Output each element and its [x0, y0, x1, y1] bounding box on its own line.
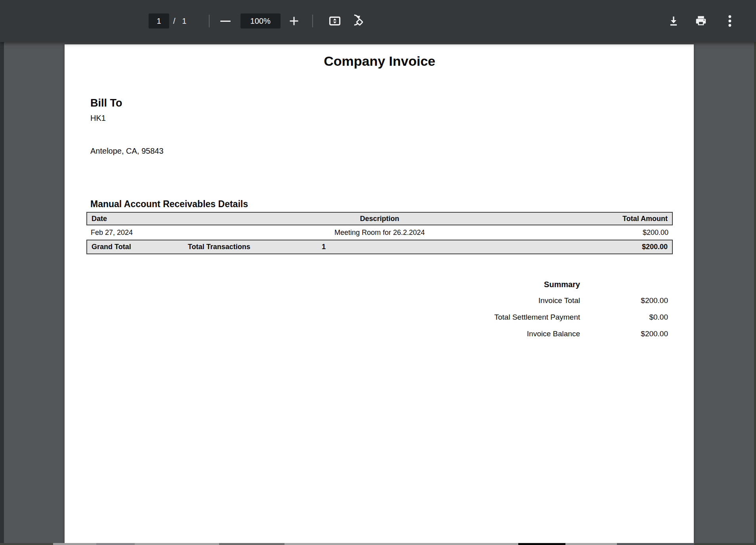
fit-to-page-icon: [328, 14, 342, 28]
grand-total-label: Grand Total: [87, 243, 188, 251]
bill-to-heading: Bill To: [90, 97, 673, 109]
toolbar-divider: [312, 15, 313, 27]
grand-total-amount: $200.00: [571, 243, 672, 251]
summary-label: Total Settlement Payment: [494, 312, 580, 322]
page-number-input[interactable]: [149, 13, 169, 29]
table-row: Feb 27, 2024 Meeting Room for 26.2.2024 …: [86, 225, 673, 240]
summary-section: Summary Invoice Total $200.00 Total Sett…: [86, 280, 668, 339]
page-count-separator: /: [173, 17, 176, 26]
zoom-out-icon: [220, 21, 231, 22]
fit-to-page-button[interactable]: [328, 11, 342, 30]
total-transactions-count: 1: [322, 243, 571, 251]
header-total-amount: Total Amount: [571, 215, 672, 223]
pdf-toolbar: / 1 100%: [0, 0, 756, 42]
rotate-counterclockwise-icon: [354, 14, 368, 28]
pdf-page: Company Invoice Bill To HK1 Antelope, CA…: [65, 44, 694, 543]
download-icon: [668, 15, 680, 27]
summary-label: Invoice Total: [494, 295, 580, 306]
header-description: Description: [188, 215, 571, 223]
bill-to-address: Antelope, CA, 95843: [90, 146, 673, 156]
right-edge-strip: [754, 42, 756, 545]
download-button[interactable]: [668, 11, 680, 30]
total-transactions-label: Total Transactions: [188, 243, 322, 251]
bottom-edge-strip: [0, 543, 756, 545]
row-date: Feb 27, 2024: [86, 229, 187, 237]
invoice-document: Company Invoice Bill To HK1 Antelope, CA…: [65, 44, 694, 543]
pdf-viewer-content: Company Invoice Bill To HK1 Antelope, CA…: [0, 42, 756, 545]
row-description: Meeting Room for 26.2.2024: [187, 229, 572, 237]
zoom-out-button[interactable]: [220, 11, 231, 30]
receivables-section-heading: Manual Account Receivables Details: [90, 198, 673, 210]
zoom-in-button[interactable]: [288, 11, 300, 30]
toolbar-divider: [209, 15, 210, 27]
grand-total-row: Grand Total Total Transactions 1 $200.00: [86, 240, 673, 254]
page-count: 1: [182, 17, 187, 26]
toolbar-center-controls: / 1 100%: [149, 0, 368, 42]
left-gutter-strip: [0, 42, 4, 545]
summary-value: $0.00: [580, 312, 668, 322]
row-amount: $200.00: [572, 229, 673, 237]
zoom-in-icon: [288, 15, 300, 27]
more-options-button[interactable]: [726, 11, 734, 30]
invoice-title: Company Invoice: [86, 54, 673, 68]
zoom-level-display[interactable]: 100%: [241, 13, 281, 29]
table-header-row: Date Description Total Amount: [86, 212, 673, 225]
bill-to-name: HK1: [90, 113, 673, 123]
rotate-counterclockwise-button[interactable]: [354, 11, 368, 30]
summary-spacer: [580, 280, 668, 289]
print-icon: [695, 15, 707, 27]
summary-value: $200.00: [580, 295, 668, 306]
summary-heading: Summary: [494, 280, 580, 289]
header-date: Date: [87, 215, 188, 223]
receivables-table: Date Description Total Amount Feb 27, 20…: [86, 212, 673, 254]
print-button[interactable]: [694, 11, 708, 30]
toolbar-right-controls: [668, 0, 756, 42]
summary-value: $200.00: [580, 329, 668, 339]
kebab-menu-icon: [726, 14, 734, 28]
summary-label: Invoice Balance: [494, 329, 580, 339]
